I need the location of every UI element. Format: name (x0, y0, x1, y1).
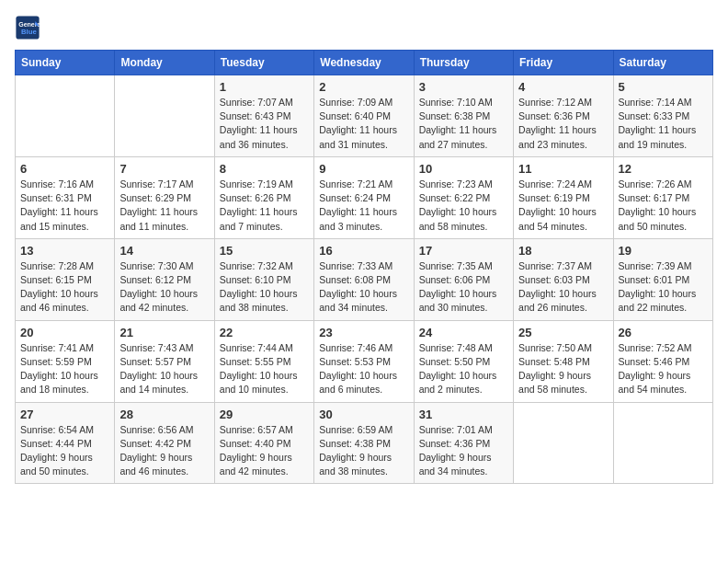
day-cell: 5Sunrise: 7:14 AM Sunset: 6:33 PM Daylig… (613, 75, 712, 157)
calendar-table: SundayMondayTuesdayWednesdayThursdayFrid… (15, 50, 713, 484)
day-info: Sunrise: 6:54 AM Sunset: 4:44 PM Dayligh… (20, 423, 109, 479)
day-cell: 23Sunrise: 7:46 AM Sunset: 5:53 PM Dayli… (314, 320, 414, 402)
week-row-1: 1Sunrise: 7:07 AM Sunset: 6:43 PM Daylig… (16, 75, 713, 157)
day-cell (115, 75, 214, 157)
day-cell: 3Sunrise: 7:10 AM Sunset: 6:38 PM Daylig… (414, 75, 513, 157)
day-number: 8 (220, 162, 309, 176)
day-info: Sunrise: 7:12 AM Sunset: 6:36 PM Dayligh… (518, 96, 608, 152)
day-cell: 10Sunrise: 7:23 AM Sunset: 6:22 PM Dayli… (414, 156, 513, 238)
day-info: Sunrise: 7:50 AM Sunset: 5:48 PM Dayligh… (518, 341, 608, 397)
logo-icon: General Blue (15, 15, 40, 40)
day-cell: 21Sunrise: 7:43 AM Sunset: 5:57 PM Dayli… (115, 320, 214, 402)
day-info: Sunrise: 7:21 AM Sunset: 6:24 PM Dayligh… (319, 178, 408, 234)
day-number: 25 (518, 326, 608, 339)
day-info: Sunrise: 7:39 AM Sunset: 6:01 PM Dayligh… (619, 259, 708, 316)
day-info: Sunrise: 7:43 AM Sunset: 5:57 PM Dayligh… (119, 341, 209, 397)
day-info: Sunrise: 7:24 AM Sunset: 6:19 PM Dayligh… (518, 178, 608, 234)
day-info: Sunrise: 7:37 AM Sunset: 6:03 PM Dayligh… (518, 259, 608, 316)
day-cell: 31Sunrise: 7:01 AM Sunset: 4:36 PM Dayli… (414, 402, 513, 484)
day-cell: 7Sunrise: 7:17 AM Sunset: 6:29 PM Daylig… (115, 156, 214, 238)
day-number: 7 (119, 162, 209, 176)
day-info: Sunrise: 7:23 AM Sunset: 6:22 PM Dayligh… (419, 178, 508, 234)
day-cell: 29Sunrise: 6:57 AM Sunset: 4:40 PM Dayli… (214, 402, 313, 484)
day-number: 26 (619, 326, 708, 339)
day-number: 5 (619, 80, 708, 94)
day-number: 2 (319, 80, 408, 94)
day-cell: 27Sunrise: 6:54 AM Sunset: 4:44 PM Dayli… (16, 402, 115, 484)
day-info: Sunrise: 7:14 AM Sunset: 6:33 PM Dayligh… (619, 96, 708, 152)
day-cell: 24Sunrise: 7:48 AM Sunset: 5:50 PM Dayli… (414, 320, 513, 402)
day-number: 22 (220, 326, 309, 339)
day-info: Sunrise: 7:16 AM Sunset: 6:31 PM Dayligh… (20, 178, 109, 234)
day-number: 31 (419, 408, 508, 421)
day-number: 10 (419, 162, 508, 176)
day-cell: 6Sunrise: 7:16 AM Sunset: 6:31 PM Daylig… (16, 156, 115, 238)
day-number: 23 (319, 326, 408, 339)
col-header-thursday: Thursday (414, 51, 513, 75)
day-info: Sunrise: 7:33 AM Sunset: 6:08 PM Dayligh… (319, 259, 408, 316)
day-info: Sunrise: 7:07 AM Sunset: 6:43 PM Dayligh… (220, 96, 309, 152)
day-number: 18 (518, 244, 608, 258)
day-number: 27 (20, 408, 109, 421)
day-cell: 14Sunrise: 7:30 AM Sunset: 6:12 PM Dayli… (115, 238, 214, 320)
col-header-wednesday: Wednesday (314, 51, 414, 75)
day-info: Sunrise: 6:56 AM Sunset: 4:42 PM Dayligh… (119, 423, 209, 479)
day-cell (613, 402, 712, 484)
day-cell: 20Sunrise: 7:41 AM Sunset: 5:59 PM Dayli… (16, 320, 115, 402)
week-row-4: 20Sunrise: 7:41 AM Sunset: 5:59 PM Dayli… (16, 320, 713, 402)
week-row-5: 27Sunrise: 6:54 AM Sunset: 4:44 PM Dayli… (16, 402, 713, 484)
day-cell: 12Sunrise: 7:26 AM Sunset: 6:17 PM Dayli… (613, 156, 712, 238)
day-number: 3 (419, 80, 508, 94)
day-cell: 17Sunrise: 7:35 AM Sunset: 6:06 PM Dayli… (414, 238, 513, 320)
week-row-2: 6Sunrise: 7:16 AM Sunset: 6:31 PM Daylig… (16, 156, 713, 238)
day-number: 12 (619, 162, 708, 176)
day-cell: 25Sunrise: 7:50 AM Sunset: 5:48 PM Dayli… (514, 320, 613, 402)
week-row-3: 13Sunrise: 7:28 AM Sunset: 6:15 PM Dayli… (16, 238, 713, 320)
day-number: 19 (619, 244, 708, 258)
day-number: 30 (319, 408, 408, 421)
day-info: Sunrise: 7:17 AM Sunset: 6:29 PM Dayligh… (119, 178, 209, 234)
day-number: 21 (119, 326, 209, 339)
col-header-saturday: Saturday (613, 51, 712, 75)
day-number: 14 (119, 244, 209, 258)
col-header-friday: Friday (514, 51, 613, 75)
day-info: Sunrise: 7:19 AM Sunset: 6:26 PM Dayligh… (220, 178, 309, 234)
day-cell (514, 402, 613, 484)
day-cell: 30Sunrise: 6:59 AM Sunset: 4:38 PM Dayli… (314, 402, 414, 484)
day-cell: 9Sunrise: 7:21 AM Sunset: 6:24 PM Daylig… (314, 156, 414, 238)
day-number: 29 (220, 408, 309, 421)
page-header: General Blue (15, 15, 713, 40)
day-number: 15 (220, 244, 309, 258)
day-info: Sunrise: 7:46 AM Sunset: 5:53 PM Dayligh… (319, 341, 408, 397)
day-cell (16, 75, 115, 157)
day-number: 4 (518, 80, 608, 94)
day-cell: 11Sunrise: 7:24 AM Sunset: 6:19 PM Dayli… (514, 156, 613, 238)
day-number: 16 (319, 244, 408, 258)
day-info: Sunrise: 7:01 AM Sunset: 4:36 PM Dayligh… (419, 423, 508, 479)
day-cell: 28Sunrise: 6:56 AM Sunset: 4:42 PM Dayli… (115, 402, 214, 484)
day-cell: 4Sunrise: 7:12 AM Sunset: 6:36 PM Daylig… (514, 75, 613, 157)
day-cell: 16Sunrise: 7:33 AM Sunset: 6:08 PM Dayli… (314, 238, 414, 320)
day-number: 1 (220, 80, 309, 94)
day-cell: 18Sunrise: 7:37 AM Sunset: 6:03 PM Dayli… (514, 238, 613, 320)
day-number: 6 (20, 162, 109, 176)
day-info: Sunrise: 7:09 AM Sunset: 6:40 PM Dayligh… (319, 96, 408, 152)
day-info: Sunrise: 7:26 AM Sunset: 6:17 PM Dayligh… (619, 178, 708, 234)
day-number: 13 (20, 244, 109, 258)
day-cell: 26Sunrise: 7:52 AM Sunset: 5:46 PM Dayli… (613, 320, 712, 402)
day-cell: 22Sunrise: 7:44 AM Sunset: 5:55 PM Dayli… (214, 320, 313, 402)
day-cell: 15Sunrise: 7:32 AM Sunset: 6:10 PM Dayli… (214, 238, 313, 320)
day-number: 24 (419, 326, 508, 339)
col-header-sunday: Sunday (16, 51, 115, 75)
day-info: Sunrise: 7:48 AM Sunset: 5:50 PM Dayligh… (419, 341, 508, 397)
day-number: 9 (319, 162, 408, 176)
day-info: Sunrise: 7:44 AM Sunset: 5:55 PM Dayligh… (220, 341, 309, 397)
day-info: Sunrise: 7:41 AM Sunset: 5:59 PM Dayligh… (20, 341, 109, 397)
day-cell: 8Sunrise: 7:19 AM Sunset: 6:26 PM Daylig… (214, 156, 313, 238)
day-info: Sunrise: 6:59 AM Sunset: 4:38 PM Dayligh… (319, 423, 408, 479)
day-cell: 2Sunrise: 7:09 AM Sunset: 6:40 PM Daylig… (314, 75, 414, 157)
day-info: Sunrise: 7:30 AM Sunset: 6:12 PM Dayligh… (119, 259, 209, 316)
day-number: 11 (518, 162, 608, 176)
day-info: Sunrise: 7:10 AM Sunset: 6:38 PM Dayligh… (419, 96, 508, 152)
day-info: Sunrise: 7:28 AM Sunset: 6:15 PM Dayligh… (20, 259, 109, 316)
